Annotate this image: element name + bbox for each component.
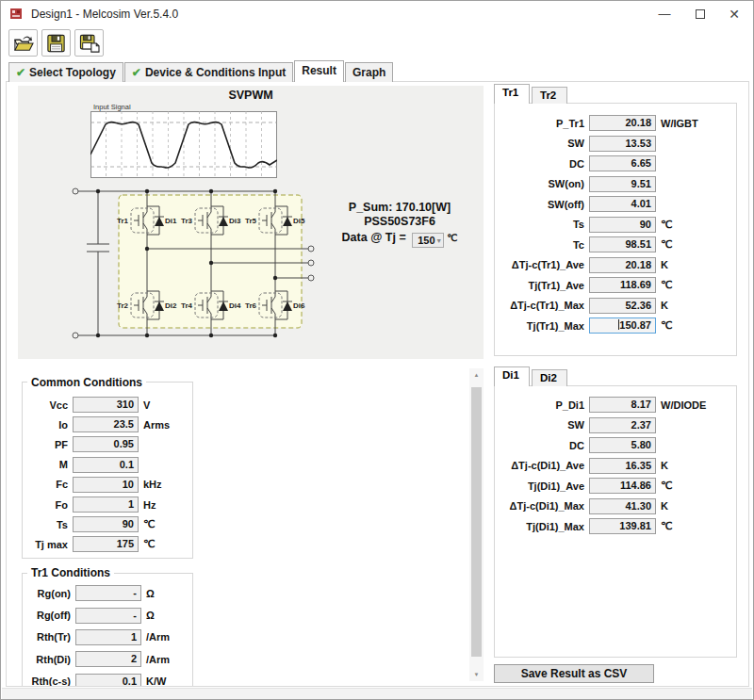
- result-row: ΔTj-c(Tr1)_Max 52.36 K: [495, 296, 736, 317]
- close-button[interactable]: ✕: [717, 1, 751, 27]
- result-row: P_Di1 8.17 W/DIODE: [495, 395, 736, 415]
- condition-row: Ts 90 ℃: [23, 514, 192, 534]
- save-as-icon: [79, 34, 100, 53]
- data-at-tj-label: Data @ Tj =: [342, 231, 406, 244]
- maximize-button[interactable]: [683, 1, 717, 27]
- main-tab-label: Result: [302, 64, 336, 77]
- open-file-button[interactable]: [8, 29, 38, 57]
- result-value-field[interactable]: 90: [589, 217, 656, 233]
- summary-block: P_Sum: 170.10[W] PSS50S73F6 Data @ Tj = …: [320, 201, 480, 248]
- condition-unit: kHz: [143, 479, 162, 490]
- condition-row: Rth(Di) 2 /Arm: [23, 648, 192, 670]
- title-bar[interactable]: Design1 - Melcosim Ver.5.4.0 — ✕: [1, 1, 753, 27]
- result-value-field[interactable]: 20.18: [589, 115, 656, 131]
- result-value-field[interactable]: 2.37: [589, 417, 656, 433]
- result-label: Tj(Di1)_Ave: [495, 480, 584, 492]
- condition-label: Rth(Di): [23, 654, 71, 665]
- di-tab[interactable]: Di2: [532, 369, 567, 386]
- open-folder-icon: [13, 34, 34, 53]
- result-value-field[interactable]: 16.35: [589, 458, 656, 474]
- di1-label: Di1: [165, 217, 177, 225]
- main-tab[interactable]: ✔Result: [294, 60, 344, 82]
- condition-value-field[interactable]: 310: [73, 397, 139, 413]
- result-value-field[interactable]: 4.01: [589, 196, 656, 212]
- tr5-label: Tr5: [245, 217, 257, 225]
- result-value-field[interactable]: 13.53: [589, 136, 656, 152]
- minimize-button[interactable]: —: [647, 1, 681, 27]
- condition-value-field[interactable]: 0.95: [73, 436, 139, 452]
- result-unit: ℃: [661, 238, 672, 251]
- horizontal-scrollbar[interactable]: [2, 688, 752, 700]
- condition-label: Io: [23, 419, 68, 431]
- condition-value-field[interactable]: 2: [75, 651, 141, 667]
- result-value-field[interactable]: 6.65: [589, 155, 656, 171]
- result-unit: ℃: [661, 219, 672, 231]
- check-icon: ✔: [132, 66, 141, 79]
- save-as-button[interactable]: [74, 29, 104, 57]
- check-icon: ✔: [16, 66, 25, 79]
- scroll-up-icon[interactable]: ▲: [469, 368, 484, 382]
- condition-value-field[interactable]: 1: [73, 497, 139, 513]
- di-tab-label: Di2: [540, 372, 557, 383]
- result-value-field[interactable]: 139.81: [589, 518, 656, 534]
- tj-dropdown[interactable]: 150 ▼: [412, 233, 444, 248]
- main-tab[interactable]: ✔Graph: [345, 62, 393, 82]
- tr-result-box: P_Tr1 20.18 W/IGBT SW 13.53 DC 6.65 SW(o…: [494, 103, 737, 356]
- result-value-field[interactable]: 9.51: [589, 176, 656, 192]
- result-value-field[interactable]: 114.86: [589, 478, 656, 494]
- condition-value-field[interactable]: -: [75, 585, 141, 601]
- condition-value-field[interactable]: 0.1: [75, 674, 141, 686]
- di-tab[interactable]: Di1: [494, 366, 530, 386]
- result-row: DC 5.80: [495, 435, 736, 456]
- result-value-field[interactable]: 118.69: [589, 277, 656, 293]
- scrollbar-thumb[interactable]: [471, 387, 482, 657]
- result-label: SW(off): [495, 199, 584, 210]
- di-result-box: P_Di1 8.17 W/DIODE SW 2.37 DC 5.80 ΔTj-c…: [494, 385, 737, 658]
- p-sum-value: P_Sum: 170.10[W]: [320, 201, 480, 215]
- main-tab[interactable]: ✔Device & Conditions Input: [124, 62, 293, 82]
- scroll-down-icon[interactable]: ▼: [469, 668, 484, 681]
- condition-label: Fo: [23, 499, 68, 511]
- condition-row: Tj max 175 ℃: [23, 534, 192, 554]
- condition-value-field[interactable]: -: [75, 608, 141, 624]
- condition-value-field[interactable]: 90: [73, 516, 139, 532]
- common-conditions-box: Vcc 310 V Io 23.5 Arms PF 0.95 M 0.1: [22, 382, 193, 559]
- result-value-field[interactable]: 98.51: [589, 236, 656, 252]
- condition-label: Vcc: [23, 399, 68, 411]
- result-value-field[interactable]: 5.80: [589, 437, 656, 453]
- condition-value-field[interactable]: 1: [75, 629, 141, 645]
- condition-value-field[interactable]: 175: [73, 536, 139, 552]
- result-label: DC: [495, 440, 584, 451]
- result-value-field[interactable]: 52.36: [589, 298, 656, 314]
- condition-value-field[interactable]: 0.1: [73, 457, 139, 473]
- condition-value-field[interactable]: 23.5: [73, 416, 139, 432]
- result-value-field[interactable]: 41.30: [589, 498, 656, 514]
- result-label: Tc: [495, 239, 584, 251]
- di6-label: Di6: [293, 301, 305, 310]
- result-value-field[interactable]: 8.17: [589, 397, 656, 413]
- main-tab-label: Graph: [352, 66, 385, 79]
- result-row: Tj(Di1)_Max 139.81 ℃: [495, 516, 736, 537]
- main-tab[interactable]: ✔Select Topology: [8, 62, 123, 82]
- condition-unit: V: [143, 399, 150, 411]
- result-value-field[interactable]: 20.18: [589, 257, 656, 273]
- condition-row: Rg(off) - Ω: [23, 604, 192, 626]
- tr-tab-label: Tr2: [540, 90, 556, 101]
- result-value-field[interactable]: 150.87: [589, 317, 656, 334]
- condition-row: Vcc 310 V: [23, 395, 192, 415]
- result-unit: W/DIODE: [661, 399, 706, 411]
- result-label: Ts: [495, 219, 584, 230]
- tr-tab[interactable]: Tr2: [532, 87, 567, 104]
- di2-label: Di2: [165, 301, 177, 310]
- condition-unit: K/W: [146, 676, 166, 686]
- tj-dropdown-value: 150: [418, 235, 434, 246]
- condition-value-field[interactable]: 10: [73, 477, 139, 493]
- result-row: Ts 90 ℃: [495, 215, 736, 236]
- result-label: ΔTj-c(Tr1)_Ave: [495, 259, 584, 270]
- save-result-csv-button[interactable]: Save Result as CSV: [494, 664, 654, 683]
- tr-tab[interactable]: Tr1: [494, 84, 530, 104]
- left-pane-vertical-scrollbar[interactable]: ▲ ▼: [469, 368, 484, 681]
- condition-label: Rg(on): [23, 588, 71, 599]
- save-button[interactable]: [41, 29, 71, 57]
- result-label: P_Tr1: [495, 118, 584, 129]
